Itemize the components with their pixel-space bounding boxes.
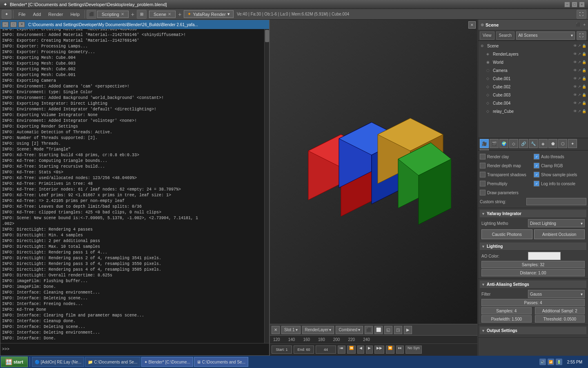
log-info-checkbox[interactable]: ✓: [534, 181, 539, 186]
jump-end-btn[interactable]: ⏭: [396, 346, 404, 354]
data-props-btn[interactable]: ◈: [539, 139, 548, 148]
lock-icon[interactable]: 🔒: [582, 93, 586, 97]
vp-icon-btn-6[interactable]: ▶: [404, 326, 412, 334]
filter-dropdown[interactable]: Gauss ▾: [528, 290, 585, 298]
eye-icon[interactable]: 👁: [573, 76, 577, 81]
start-field[interactable]: Start: 1: [272, 346, 292, 354]
custom-string-input[interactable]: [526, 198, 586, 205]
eye-icon[interactable]: 👁: [573, 101, 577, 105]
scene-tab-close[interactable]: ✕: [168, 12, 171, 16]
transparent-checkbox[interactable]: [480, 172, 486, 177]
current-frame-field[interactable]: 44: [316, 346, 336, 354]
anti-aliasing-header[interactable]: ▼ Anti-Aliasing Settings: [480, 280, 586, 289]
cursor-icon[interactable]: ↗: [578, 76, 581, 81]
render-clay-checkbox[interactable]: [480, 154, 486, 159]
term-close[interactable]: ✕: [18, 22, 25, 27]
slot-dropdown[interactable]: Slot 1 ▾: [281, 326, 301, 334]
prev-btn[interactable]: ◀: [357, 346, 364, 354]
clamp-rgb-checkbox[interactable]: ✓: [534, 163, 539, 168]
start-button[interactable]: 🪟 start: [1, 357, 28, 367]
search-button[interactable]: Search: [496, 31, 515, 40]
yafaray-section-header[interactable]: ▼ Yafaray Integrator: [480, 210, 586, 218]
lock-icon[interactable]: 🔒: [582, 68, 586, 72]
vp-icon-btn-1[interactable]: ✕: [272, 326, 280, 334]
eye-icon[interactable]: 👁: [573, 68, 577, 72]
add-scene-icon[interactable]: +: [583, 22, 586, 27]
render-depth-checkbox[interactable]: [480, 163, 486, 168]
icon-screen[interactable]: ⊞: [137, 10, 147, 19]
threshold-slider[interactable]: Threshold: 0.0500: [535, 315, 585, 323]
lock-icon[interactable]: 🔒: [582, 101, 586, 105]
close-button[interactable]: ×: [579, 2, 585, 7]
cursor-icon[interactable]: ↗: [578, 68, 581, 72]
scripting-tab[interactable]: Scripting ✕: [97, 11, 129, 18]
next-frame-btn[interactable]: ⏩: [386, 346, 394, 354]
ao-color-swatch[interactable]: [528, 252, 561, 260]
terminal-input[interactable]: [9, 347, 267, 352]
vp-icon-btn-5[interactable]: ◳: [394, 326, 402, 334]
render-layer-dropdown[interactable]: RenderLayer ▾: [302, 326, 334, 334]
pixelwidth-slider[interactable]: Pixelwidth: 1.500: [481, 315, 532, 323]
layout-icon[interactable]: ⬛: [87, 10, 96, 19]
lock-icon[interactable]: 🔒: [582, 76, 586, 81]
material-props-btn[interactable]: ⬟: [548, 139, 557, 148]
viewport-close-button[interactable]: ✕: [468, 21, 476, 29]
taskbar-item-3[interactable]: 🖥 C:\Documents and Se...: [194, 357, 248, 367]
taskbar-item-0[interactable]: 🔵 [AddOn] RE:Lay (Ne...: [32, 357, 85, 367]
eye-icon[interactable]: 👁: [573, 93, 577, 97]
samples-aa-slider[interactable]: Samples: 4: [481, 307, 532, 314]
render-engine-dropdown[interactable]: ✦ YafaRay Render ▾: [184, 10, 234, 18]
lock-icon[interactable]: 🔒: [582, 52, 586, 56]
scene-tree-item-8[interactable]: ◇relay_Cube👁↗🔒: [478, 107, 588, 115]
eye-icon[interactable]: 👁: [573, 52, 577, 56]
eye-icon[interactable]: 👁: [573, 85, 577, 89]
no-sync-btn[interactable]: No Syn: [405, 346, 422, 354]
vp-icon-btn-3[interactable]: ⬜: [374, 326, 383, 334]
play-btn[interactable]: ▶: [366, 346, 373, 354]
terminal-content[interactable]: INFO: Environment: Added Material 'Mater…: [0, 29, 264, 343]
lock-icon[interactable]: 🔒: [582, 60, 586, 64]
output-header[interactable]: ▼ Output Settings: [480, 327, 586, 335]
taskbar-item-2[interactable]: ✦ Blender* [C:\Docume...: [141, 357, 193, 367]
menu-file[interactable]: File: [15, 11, 29, 18]
blender-icon[interactable]: ✦: [2, 10, 11, 19]
menu-render[interactable]: Render: [45, 11, 66, 18]
premultiply-checkbox[interactable]: [480, 181, 486, 186]
lock-icon[interactable]: 🔒: [582, 109, 586, 113]
draw-params-checkbox[interactable]: [480, 190, 486, 195]
cursor-icon[interactable]: ↗: [578, 60, 581, 64]
prev-frame-btn[interactable]: ⏪: [347, 346, 356, 354]
lighting-subsection[interactable]: ▼ Lighting: [480, 242, 586, 251]
world-props-btn[interactable]: 🌍: [499, 139, 508, 148]
scene-tree-item-3[interactable]: ◌Camera👁↗🔒: [478, 66, 588, 74]
eye-icon[interactable]: 👁: [573, 60, 577, 64]
scene-tree-item-0[interactable]: ⊕Scene👁↗🔒: [478, 42, 588, 50]
cursor-icon[interactable]: ↗: [578, 101, 581, 105]
vp-icon-btn-4[interactable]: ◱: [384, 326, 392, 334]
scene-tree-item-7[interactable]: ◇Cube.004👁↗🔒: [478, 99, 588, 107]
eye-icon[interactable]: 👁: [573, 44, 577, 48]
tab-add-button[interactable]: +: [129, 11, 136, 18]
term-max[interactable]: □: [10, 22, 17, 27]
scene-tab-add[interactable]: +: [176, 11, 183, 18]
passes-slider[interactable]: Passes: 4: [481, 299, 585, 306]
scene-tab[interactable]: Scene ✕: [149, 11, 176, 18]
modifier-props-btn[interactable]: 🔧: [529, 139, 538, 148]
all-scenes-dropdown[interactable]: All Scenes ▾: [516, 31, 575, 40]
term-min[interactable]: −: [2, 22, 9, 27]
next-btn[interactable]: ▶▶: [374, 346, 384, 354]
texture-props-btn[interactable]: ⬡: [558, 139, 567, 148]
scripting-tab-close[interactable]: ✕: [121, 12, 124, 16]
additional-samples-slider[interactable]: Additional Sampl: 2: [535, 307, 585, 314]
scene-tree-item-2[interactable]: ◉World👁↗🔒: [478, 58, 588, 66]
auto-threads-checkbox[interactable]: ✓: [534, 154, 539, 159]
scene-tree-item-5[interactable]: ◇Cube.002👁↗🔒: [478, 83, 588, 91]
display-mode-dropdown[interactable]: Combined ▾: [336, 326, 363, 334]
maximize-button[interactable]: □: [572, 2, 577, 7]
cursor-icon[interactable]: ↗: [578, 44, 581, 48]
menu-help[interactable]: Help: [67, 11, 83, 18]
object-props-btn[interactable]: ◇: [509, 139, 518, 148]
view-button[interactable]: View: [480, 31, 494, 40]
scene-tree-item-1[interactable]: ◈RenderLayers👁↗🔒: [478, 50, 588, 58]
show-sample-checkbox[interactable]: ✓: [534, 172, 539, 177]
